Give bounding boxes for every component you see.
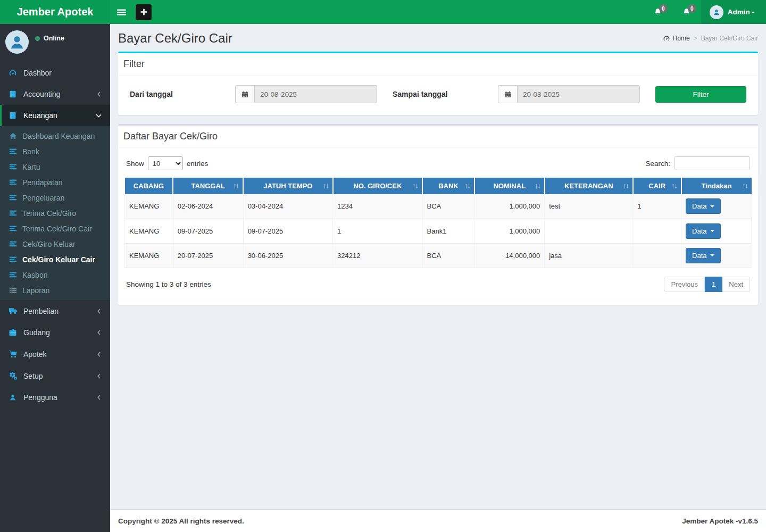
submenu-item-kasbon[interactable]: Kasbon [0, 267, 110, 282]
submenu-item-pengeluaran[interactable]: Pengeluaran [0, 190, 110, 205]
sidebar-item-pembelian[interactable]: Pembelian [0, 300, 110, 322]
sidebar-item-dashbor[interactable]: Dashbor [0, 62, 110, 84]
submenu-item-terima-cek-giro-cair[interactable]: Terima Cek/Giro Cair [0, 221, 110, 236]
show-label: Show [126, 160, 144, 168]
sidebar-toggle-button[interactable] [110, 0, 134, 24]
submenu-item-label: Bank [22, 147, 39, 156]
quick-add-button[interactable] [136, 4, 152, 20]
table-row: KEMANG 02-06-2024 03-04-2024 1234 BCA 1,… [125, 194, 752, 219]
page-length-control: Show 10 entries [126, 156, 208, 170]
cell-cabang: KEMANG [125, 219, 173, 243]
col-header-tindakan[interactable]: Tindakan [681, 178, 752, 194]
data-dropdown-button[interactable]: Data [686, 223, 721, 239]
col-header-cabang[interactable]: CABANG [125, 178, 173, 194]
notifications-button-1[interactable]: 0 [644, 0, 672, 24]
sort-icon [464, 182, 471, 189]
home-icon [9, 132, 17, 140]
cell-keterangan: jasa [545, 243, 633, 268]
pagination-page-1-button[interactable]: 1 [705, 277, 722, 292]
cell-tanggal: 20-07-2025 [173, 243, 243, 268]
from-date-group [235, 85, 377, 103]
sidebar-item-pengguna[interactable]: Pengguna [0, 387, 110, 408]
bars-icon [9, 240, 17, 248]
truck-icon [8, 306, 18, 315]
brand-logo[interactable]: Jember Apotek [0, 0, 110, 24]
data-dropdown-button[interactable]: Data [686, 198, 721, 214]
cell-cair [633, 243, 681, 268]
sort-icon [742, 182, 748, 189]
from-date-input[interactable] [254, 85, 377, 103]
book-icon [8, 111, 18, 120]
cell-no-giro: 1 [333, 219, 422, 243]
submenu-item-bank[interactable]: Bank [0, 144, 110, 159]
sidebar-item-label: Accounting [23, 90, 60, 98]
sidebar-item-accounting[interactable]: Accounting [0, 84, 110, 105]
page-length-select[interactable]: 10 [148, 156, 183, 170]
breadcrumb-home-link[interactable]: Home [663, 35, 690, 42]
data-table: CABANG TANGGAL JATUH TEMPO NO. GIRO/CEK … [124, 178, 752, 268]
sidebar-item-apotek[interactable]: Apotek [0, 343, 110, 365]
version-text: Jember Apotek -v1.6.5 [682, 517, 758, 525]
cell-cair: 1 [633, 194, 681, 219]
submenu-item-label: Terima Cek/Giro Cair [22, 225, 92, 233]
notification-badge-1: 0 [659, 4, 668, 13]
pagination-next-button[interactable]: Next [722, 277, 750, 292]
submenu-item-cek-giro-keluar-cair[interactable]: Cek/Giro Keluar Cair [0, 252, 110, 267]
cell-bank: BCA [422, 243, 474, 268]
user-menu-button[interactable]: Admin - [701, 0, 766, 24]
submenu-item-pendapatan[interactable]: Pendapatan [0, 174, 110, 190]
submenu-item-laporan[interactable]: Laporan [0, 282, 110, 298]
chevron-left-icon [96, 394, 102, 401]
search-label: Search: [645, 160, 670, 168]
data-dropdown-button[interactable]: Data [686, 248, 721, 263]
col-header-no-giro-cek[interactable]: NO. GIRO/CEK [333, 178, 422, 194]
bars-icon [9, 209, 17, 217]
col-header-bank[interactable]: BANK [422, 178, 474, 194]
col-header-jatuh-tempo[interactable]: JATUH TEMPO [243, 178, 332, 194]
submenu-item-terima-cek-giro[interactable]: Terima Cek/Giro [0, 205, 110, 221]
pagination-previous-button[interactable]: Previous [664, 277, 705, 292]
breadcrumb: Home > Bayar Cek/Giro Cair [663, 35, 758, 42]
sidebar-item-label: Setup [23, 372, 43, 380]
user-avatar-icon [710, 5, 723, 19]
cart-icon [8, 350, 18, 359]
to-date-group [498, 85, 640, 103]
sort-icon [412, 182, 419, 189]
cell-nominal: 1,000,000 [474, 194, 545, 219]
submenu-item-label: Dashboard Keuangan [22, 132, 95, 140]
notifications-button-2[interactable]: 0 [672, 0, 701, 24]
submenu-item-cek-giro-keluar[interactable]: Cek/Giro Keluar [0, 236, 110, 252]
pagination: Previous 1 Next [664, 277, 750, 292]
submenu-item-kartu[interactable]: Kartu [0, 159, 110, 174]
cell-bank: BCA [422, 194, 474, 219]
table-row: KEMANG 20-07-2025 30-06-2025 324212 BCA … [125, 243, 752, 268]
search-input[interactable] [675, 156, 750, 170]
sidebar-item-label: Apotek [23, 350, 47, 359]
sidebar-item-gudang[interactable]: Gudang [0, 322, 110, 343]
sort-icon [623, 182, 629, 189]
to-date-input[interactable] [517, 85, 640, 103]
content-header: Bayar Cek/Giro Cair Home > Bayar Cek/Gir… [110, 24, 766, 52]
submenu-item-label: Pendapatan [22, 178, 63, 187]
cell-cabang: KEMANG [125, 194, 173, 219]
col-header-keterangan[interactable]: KETERANGAN [545, 178, 633, 194]
cell-no-giro: 1234 [333, 194, 422, 219]
user-menu-label: Admin - [728, 8, 754, 16]
breadcrumb-home-label: Home [673, 35, 690, 42]
chevron-left-icon [96, 91, 102, 97]
col-header-cair[interactable]: CAIR [633, 178, 681, 194]
bars-icon [9, 225, 17, 232]
chevron-left-icon [96, 373, 102, 379]
col-header-tanggal[interactable]: TANGGAL [173, 178, 243, 194]
col-header-nominal[interactable]: NOMINAL [474, 178, 545, 194]
breadcrumb-current: Bayar Cek/Giro Cair [701, 35, 758, 42]
filter-button[interactable]: Filter [655, 86, 746, 103]
navbar-right: 0 0 Admin - [644, 0, 766, 24]
sidebar-item-setup[interactable]: Setup [0, 365, 110, 387]
caret-down-icon [710, 254, 714, 256]
submenu-item-dashboard-keuangan[interactable]: Dashboard Keuangan [0, 128, 110, 144]
calendar-icon [235, 85, 254, 103]
sidebar-item-keuangan[interactable]: Keuangan [0, 105, 110, 126]
chevron-left-icon [96, 329, 102, 336]
bars-icon [9, 147, 17, 155]
